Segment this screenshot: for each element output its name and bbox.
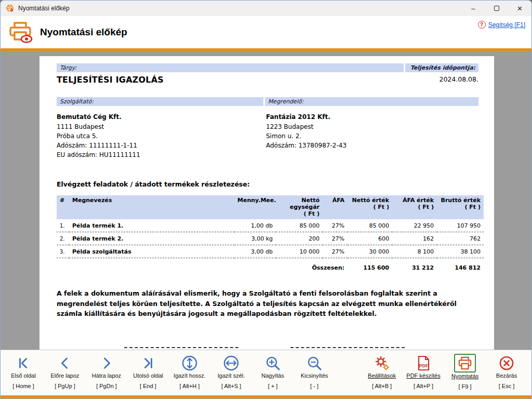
col-header-gross: Bruttó érték ( Ft ): [437, 195, 484, 219]
prev-page-icon: [57, 354, 73, 372]
signature-line: [290, 347, 405, 348]
row-unit-price: 85 000: [276, 219, 323, 232]
printer-icon: [457, 355, 473, 371]
button-label: Hátra lapoz: [92, 373, 121, 379]
zoom-in-button[interactable]: Nagyítás [ + ]: [252, 354, 294, 389]
button-label: Igazít szél.: [218, 373, 245, 379]
last-page-button[interactable]: Utolsó oldal [ End ]: [127, 354, 169, 389]
row-name: Példa szolgáltatás: [69, 245, 234, 258]
button-label: Nagyítás: [261, 373, 284, 379]
help-link[interactable]: ? Segítség [F1]: [478, 21, 525, 29]
pdf-export-button[interactable]: PDF PDF készítés [ Alt+P ]: [403, 354, 444, 389]
minimize-button[interactable]: –: [461, 1, 485, 16]
close-button[interactable]: ✕: [508, 1, 531, 16]
maximize-button[interactable]: [485, 1, 508, 16]
next-page-icon: [99, 354, 114, 372]
button-shortcut: [ Alt+H ]: [180, 383, 200, 389]
fit-width-icon: [223, 354, 240, 372]
table-row: 1. Példa termék 1. 1,00 db 85 000 27% 85…: [57, 219, 484, 232]
customer-line: Simon u. 2.: [266, 131, 478, 141]
close-preview-button[interactable]: Bezárás [ Esc ]: [486, 354, 527, 389]
help-label: Segítség [F1]: [488, 21, 525, 29]
row-unit-price: 200: [276, 232, 323, 245]
print-focus-frame: [454, 354, 476, 373]
completion-label: Teljesítés időpontja:: [405, 63, 478, 72]
button-label: Kicsinyítés: [301, 373, 328, 379]
details-heading: Elvégzett feladatok / átadott termékek r…: [57, 180, 478, 188]
total-vat: 31 212: [392, 258, 437, 274]
button-label: Bezárás: [496, 373, 517, 379]
button-shortcut: [ Esc ]: [499, 383, 515, 389]
col-header-name: Megnevezés: [69, 195, 234, 219]
col-header-unit: Nettó egységár ( Ft ): [276, 195, 323, 219]
col-header-vat: ÁFA: [323, 195, 348, 219]
col-header-num: #: [57, 195, 69, 219]
provider-block: Bemutató Cég Kft. 1111 Budapest Próba ut…: [57, 113, 266, 159]
zoom-out-button[interactable]: Kicsinyítés [ - ]: [294, 354, 335, 389]
row-num: 1.: [57, 219, 69, 232]
fit-width-button[interactable]: Igazít szél. [ Alt+S ]: [210, 354, 252, 389]
button-label: Előre lapoz: [50, 373, 79, 379]
header: Nyomtatási előkép ? Segítség [F1]: [1, 16, 531, 48]
row-vat-value: 22 950: [392, 219, 437, 232]
button-shortcut: [ End ]: [140, 383, 156, 389]
provider-line: EU adószám: HU11111111: [57, 150, 266, 159]
disclaimer-text: A felek a dokumentum aláírásával elismer…: [57, 288, 478, 319]
button-shortcut: [ Alt+B ]: [372, 383, 392, 389]
fit-height-icon: [181, 354, 198, 372]
party-bars: Szolgáltató: Megrendelő:: [57, 97, 478, 106]
button-shortcut: [ PgDn ]: [96, 383, 117, 389]
titlebar-left: Nyomtatási előkép: [6, 4, 70, 12]
items-table: # Megnevezés Menny.Mee. Nettó egységár (…: [57, 195, 484, 274]
button-label: Beállítások: [368, 373, 396, 379]
bottom-accent-strip: [1, 395, 531, 398]
row-qty: 3,00 db: [234, 245, 276, 258]
customer-name: Fantázia 2012 Kft.: [266, 113, 478, 121]
row-unit-price: 10 000: [276, 245, 323, 258]
first-page-icon: [16, 354, 31, 372]
prev-page-button[interactable]: Előre lapoz [ PgUp ]: [44, 354, 86, 389]
completion-date: 2024.08.08.: [439, 75, 478, 83]
table-header-row: # Megnevezés Menny.Mee. Nettó egységár (…: [57, 195, 484, 219]
document-title: TELJESÍTÉSI IGAZOLÁS: [57, 75, 164, 85]
row-qty: 1,00 db: [234, 219, 276, 232]
bottom-toolbar: Első oldal [ Home ] Előre lapoz [ PgUp ]…: [1, 350, 531, 395]
col-header-qty: Menny.Mee.: [234, 195, 276, 219]
preview-area[interactable]: Tárgy: Teljesítés időpontja: TELJESÍTÉSI…: [1, 51, 531, 350]
titlebar: Nyomtatási előkép – ✕: [1, 1, 531, 16]
button-label: Első oldal: [11, 373, 36, 379]
button-shortcut: [ Alt+P ]: [414, 383, 433, 389]
pdf-document-icon: PDF: [416, 354, 431, 372]
close-circle-icon: [498, 354, 515, 372]
settings-button[interactable]: Beállítások [ Alt+B ]: [361, 354, 403, 389]
print-preview-icon: [8, 21, 33, 43]
window-title: Nyomtatási előkép: [18, 5, 70, 12]
totals-label: Összesen:: [57, 258, 348, 274]
button-shortcut: [ PgUp ]: [55, 383, 75, 389]
fit-height-button[interactable]: Igazít hossz. [ Alt+H ]: [169, 354, 210, 389]
button-shortcut: [ + ]: [268, 383, 278, 389]
app-printer-icon: [6, 4, 14, 12]
button-label: Igazít hossz.: [174, 373, 206, 379]
first-page-button[interactable]: Első oldal [ Home ]: [3, 354, 44, 389]
row-vat: 27%: [323, 232, 348, 245]
page-title: Nyomtatási előkép: [40, 26, 127, 38]
button-shortcut: [ Home ]: [12, 383, 34, 389]
customer-line: 1223 Budapest: [266, 122, 478, 131]
customer-signature: Megrendelő: [290, 347, 405, 350]
row-name: Példa termék 1.: [69, 219, 234, 232]
print-button[interactable]: Nyomtatás [ F9 ]: [444, 354, 486, 390]
party-columns: Bemutató Cég Kft. 1111 Budapest Próba ut…: [57, 113, 478, 159]
provider-line: Adószám: 11111111-1-11: [57, 141, 266, 150]
next-page-button[interactable]: Hátra lapoz [ PgDn ]: [86, 354, 127, 389]
provider-label: Szolgáltató:: [57, 97, 263, 106]
window-controls: – ✕: [461, 1, 531, 16]
row-gross: 38 100: [437, 245, 484, 258]
col-header-vatv: ÁFA érték ( Ft ): [392, 195, 437, 219]
row-net: 30 000: [348, 245, 392, 258]
row-name: Példa termék 2.: [69, 232, 234, 245]
subject-row: Tárgy: Teljesítés időpontja:: [57, 63, 478, 72]
total-net: 115 600: [348, 258, 392, 274]
button-shortcut: [ F9 ]: [458, 383, 471, 390]
signature-line: [124, 347, 238, 348]
